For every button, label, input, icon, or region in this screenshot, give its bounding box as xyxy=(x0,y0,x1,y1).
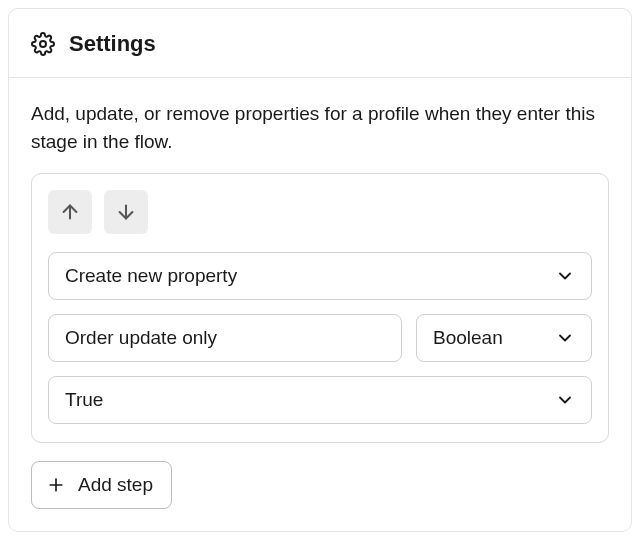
panel-header: Settings xyxy=(9,9,631,78)
step-card: Create new property Order update only Bo… xyxy=(31,173,609,443)
value-select[interactable]: True xyxy=(48,376,592,424)
settings-panel: Settings Add, update, or remove properti… xyxy=(8,8,632,532)
chevron-down-icon xyxy=(555,390,575,410)
panel-title: Settings xyxy=(69,31,156,57)
add-step-button[interactable]: Add step xyxy=(31,461,172,509)
gear-icon xyxy=(31,32,55,56)
arrow-down-icon xyxy=(115,201,137,223)
plus-icon xyxy=(46,475,66,495)
action-select[interactable]: Create new property xyxy=(48,252,592,300)
property-name-value: Order update only xyxy=(65,327,217,349)
move-down-button[interactable] xyxy=(104,190,148,234)
property-name-input[interactable]: Order update only xyxy=(48,314,402,362)
svg-point-0 xyxy=(40,41,46,47)
action-select-value: Create new property xyxy=(65,265,237,287)
chevron-down-icon xyxy=(555,328,575,348)
type-select-value: Boolean xyxy=(433,327,503,349)
move-up-button[interactable] xyxy=(48,190,92,234)
arrow-up-icon xyxy=(59,201,81,223)
add-step-label: Add step xyxy=(78,474,153,496)
type-select[interactable]: Boolean xyxy=(416,314,592,362)
chevron-down-icon xyxy=(555,266,575,286)
reorder-controls xyxy=(48,190,592,234)
panel-description: Add, update, or remove properties for a … xyxy=(9,78,631,173)
value-select-value: True xyxy=(65,389,103,411)
